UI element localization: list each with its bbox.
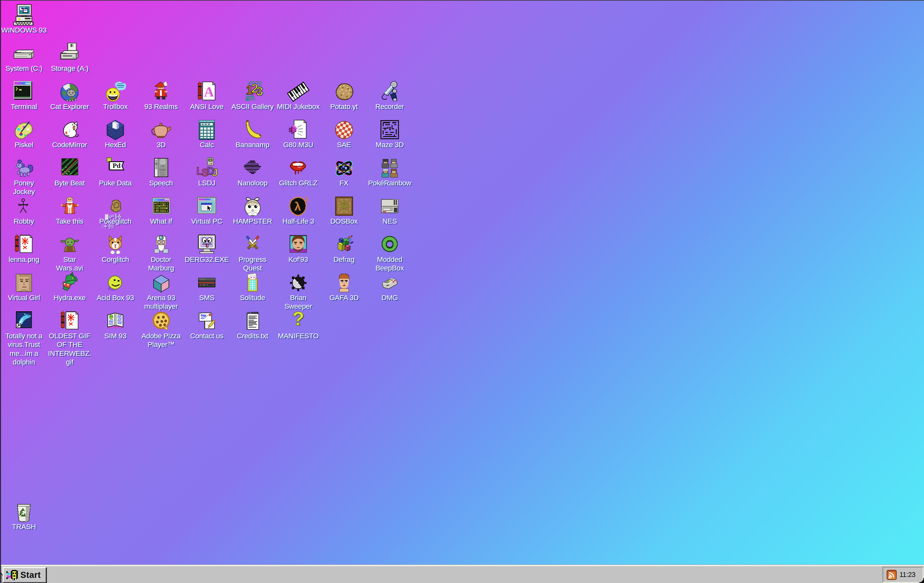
svg-text:Pd: Pd <box>112 162 120 170</box>
svg-text:J: J <box>212 166 218 178</box>
svg-text:D: D <box>338 203 342 209</box>
svg-text:3: 3 <box>305 196 309 202</box>
svg-text:?: ? <box>292 310 304 329</box>
svg-text:3: 3 <box>256 84 263 98</box>
svg-text:X: X <box>342 208 346 214</box>
svg-text:λ: λ <box>294 200 301 213</box>
svg-text:A: A <box>204 84 214 99</box>
svg-text:S: S <box>346 203 350 209</box>
